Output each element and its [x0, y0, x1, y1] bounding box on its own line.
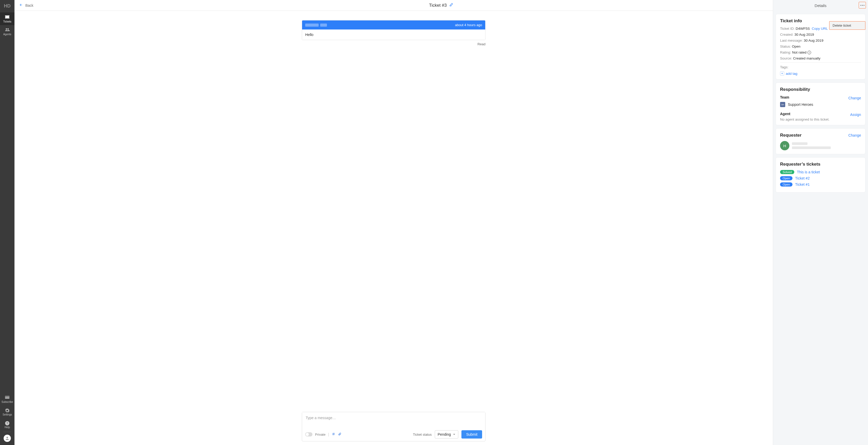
help-icon: ?: [5, 421, 10, 425]
back-button[interactable]: Back: [19, 3, 33, 8]
ticket-link-row: Solved This is a ticket: [780, 170, 861, 174]
requester-email-redacted: [792, 146, 831, 149]
ticket-link-row: Open Ticket #2: [780, 176, 861, 180]
responsibility-title: Responsibility: [780, 87, 861, 92]
attachment-button[interactable]: [338, 432, 341, 437]
submit-button[interactable]: Submit: [461, 430, 482, 439]
last-msg-value: 30 Aug 2019: [804, 38, 824, 42]
add-tag-label: add tag: [786, 72, 797, 76]
kv-label: Rating:: [780, 51, 791, 54]
agent-none-text: No agent assigned to this ticket.: [780, 117, 861, 121]
nav-label: Help: [5, 426, 10, 429]
arrow-left-icon: [19, 3, 23, 8]
app-logo: HD: [0, 1, 14, 11]
info-icon[interactable]: i: [807, 51, 811, 54]
details-title: Details: [815, 3, 827, 8]
details-header: Details: [773, 0, 868, 11]
agent-assign-link[interactable]: Assign: [850, 113, 861, 117]
kv-label: Status:: [780, 44, 791, 49]
message-header: about 4 hours ago: [302, 21, 485, 29]
message-time: about 4 hours ago: [455, 23, 482, 27]
page-title: Ticket #3: [429, 3, 447, 8]
nav-label: Settings: [3, 413, 12, 416]
composer: Private | Ticket status Pending: [302, 412, 486, 441]
back-label: Back: [25, 3, 33, 7]
left-sidebar: HD Tickets Agents Subscribe Settings: [0, 0, 14, 445]
message-input[interactable]: [302, 412, 485, 428]
requester-title: Requester: [780, 133, 802, 138]
message-author-redacted: [305, 24, 319, 27]
requester-card: Requester Change H: [776, 128, 865, 154]
team-change-link[interactable]: Change: [848, 96, 861, 100]
requester-tickets-title: Requester’s tickets: [780, 162, 861, 167]
delete-ticket-menu-item[interactable]: Delete ticket: [829, 21, 865, 30]
message: about 4 hours ago Hello: [302, 20, 486, 40]
ticket-status-select[interactable]: Pending: [435, 430, 458, 439]
private-toggle[interactable]: [305, 432, 312, 437]
status-value: Pending: [438, 432, 451, 437]
page-title-wrap: Ticket #3: [429, 3, 454, 8]
ticket-icon: [5, 15, 10, 19]
nav-label: Agents: [3, 33, 11, 36]
agents-icon: [5, 28, 10, 32]
plus-icon: +: [780, 71, 784, 76]
ticket-link-row: Open Ticket #1: [780, 182, 861, 186]
main-area: Back Ticket #3 Details: [14, 0, 868, 445]
ticket-link[interactable]: This is a ticket: [797, 170, 820, 174]
ticket-id-value: D4WF5S: [796, 27, 810, 31]
status-pill: Solved: [780, 170, 794, 174]
card-icon: [5, 395, 10, 399]
nav-settings[interactable]: Settings: [0, 406, 14, 418]
status-pill: Open: [780, 182, 793, 186]
message-body: Hello: [302, 29, 485, 40]
nav-top: Tickets Agents: [0, 12, 14, 38]
nav-subscribe[interactable]: Subscribe: [0, 393, 14, 406]
ticket-link[interactable]: Ticket #2: [795, 176, 810, 180]
responsibility-card: Responsibility Team Change SH Support He…: [776, 83, 865, 125]
requester-change-link[interactable]: Change: [848, 133, 861, 138]
team-badge: SH: [780, 102, 785, 107]
team-label: Team: [780, 95, 789, 99]
private-label: Private: [315, 433, 326, 437]
source-value: Created manually: [793, 56, 820, 60]
agent-label: Agent: [780, 112, 790, 116]
kv-label: Source:: [780, 56, 792, 60]
nav-label: Tickets: [3, 20, 11, 23]
ticket-link[interactable]: Ticket #1: [795, 182, 810, 186]
nav-agents[interactable]: Agents: [0, 25, 14, 38]
nav-tickets[interactable]: Tickets: [0, 12, 14, 25]
kv-label: Created:: [780, 33, 794, 36]
requester-avatar: H: [780, 141, 789, 150]
thread-scroll[interactable]: about 4 hours ago Hello Read: [14, 11, 773, 412]
read-status: Read: [302, 42, 486, 46]
separator: |: [328, 432, 329, 437]
svg-point-6: [6, 437, 8, 438]
add-tag-button[interactable]: + add tag: [780, 71, 797, 76]
thread-column: about 4 hours ago Hello Read Private |: [14, 11, 773, 445]
chevron-down-icon: [453, 432, 456, 437]
edit-title-button[interactable]: [449, 3, 454, 8]
kv-label: Ticket ID:: [780, 27, 795, 31]
svg-text:?: ?: [6, 422, 8, 425]
main-header: Back Ticket #3 Details: [14, 0, 868, 11]
kv-label: Last message:: [780, 38, 803, 42]
status-value: Open: [792, 44, 801, 49]
requester-name-redacted: [792, 142, 807, 145]
hash-button[interactable]: [332, 432, 336, 437]
user-avatar[interactable]: [4, 435, 11, 442]
nav-label: Subscribe: [2, 400, 13, 403]
requester-tickets-card: Requester’s tickets Solved This is a tic…: [776, 157, 865, 192]
tags-label: Tags:: [780, 65, 788, 69]
copy-url-link[interactable]: Copy URL: [812, 27, 828, 31]
ticket-status-label: Ticket status: [413, 433, 432, 437]
details-panel: Delete ticket Ticket info Ticket ID: D4W…: [773, 11, 868, 445]
nav-help[interactable]: ? Help: [0, 418, 14, 431]
nav-bottom: Subscribe Settings ? Help: [0, 393, 14, 431]
svg-point-0: [6, 28, 7, 30]
status-pill: Open: [780, 176, 793, 180]
details-more-button[interactable]: [859, 2, 866, 8]
created-value: 30 Aug 2019: [795, 33, 814, 36]
rating-value: Not rated: [792, 51, 807, 54]
team-name: Support Heroes: [788, 102, 813, 107]
composer-toolbar: Private | Ticket status Pending: [302, 428, 485, 441]
